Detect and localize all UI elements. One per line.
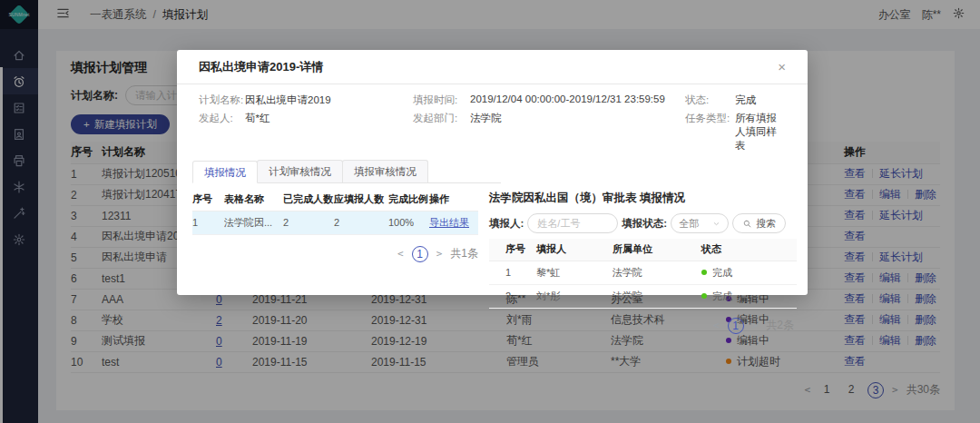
tab-填报情况[interactable]: 填报情况 (192, 161, 258, 183)
info-field: 状态:完成 (685, 93, 786, 107)
cell-action: 导出结果 (429, 211, 478, 234)
export-results-link[interactable]: 导出结果 (429, 217, 469, 228)
page-1[interactable]: 1 (412, 246, 428, 262)
total-count: 共2条 (766, 318, 794, 333)
prev-page-icon[interactable]: < (397, 248, 404, 260)
next-page-icon[interactable]: > (436, 248, 443, 260)
column-header: 填报人 (536, 239, 612, 261)
status-text: 完成 (712, 290, 732, 301)
plan-detail-modal: 因私出境申请2019-详情 × 计划名称:因私出境申请2019填报时间:2019… (177, 50, 808, 295)
cell-no: 1 (192, 211, 224, 234)
column-header: 表格名称 (224, 189, 283, 211)
cell-unit: 法学院 (612, 261, 701, 284)
column-header: 序号 (192, 189, 224, 211)
status-select-value: 全部 (679, 217, 699, 231)
cell-ratio: 100% (388, 211, 429, 234)
fillers-table: 序号填报人所属单位状态 1黎*虹法学院完成2刘*彤法学院完成 (489, 239, 797, 309)
status-text: 完成 (712, 267, 732, 278)
column-header: 已完成人数 (283, 189, 334, 211)
info-value: 完成 (735, 93, 756, 107)
search-icon (742, 219, 752, 229)
cell-filler-name: 刘*彤 (536, 284, 612, 308)
cell-done-count: 2 (283, 211, 334, 234)
status-dot (701, 270, 707, 275)
person-search-input[interactable] (527, 213, 618, 233)
search-button-label: 搜索 (756, 217, 776, 231)
forms-pane: 序号表格名称已完成人数应填报人数完成比例操作 1法学院因...22100%导出结… (192, 189, 478, 334)
info-label: 发起人: (199, 112, 245, 152)
info-label: 任务类型: (685, 112, 735, 152)
column-header: 所属单位 (612, 239, 701, 261)
info-value: 所有填报人填同样表 (735, 112, 786, 152)
modal-body: 序号表格名称已完成人数应填报人数完成比例操作 1法学院因...22100%导出结… (177, 183, 808, 334)
cell-status: 完成 (701, 261, 797, 284)
prev-page-icon[interactable]: < (713, 320, 720, 331)
info-label: 计划名称: (199, 93, 245, 107)
fillers-pagination: <1>共2条 (489, 318, 794, 334)
info-value: 法学院 (470, 112, 502, 152)
info-value: 2019/12/04 00:00:00-2019/12/31 23:59:59 (470, 93, 665, 107)
cell-unit: 法学院 (612, 284, 701, 308)
column-header: 应填报人数 (334, 189, 388, 211)
page-1[interactable]: 1 (728, 318, 744, 334)
fill-detail-filters: 填报人: 填报状态: 全部 搜索 (489, 213, 794, 233)
column-header: 序号 (489, 239, 536, 261)
modal-tabs: 填报情况计划审核情况填报审核情况 (192, 160, 501, 183)
info-field: 发起人:荀*红 (199, 112, 413, 152)
close-icon[interactable]: × (778, 60, 786, 74)
info-label: 填报时间: (413, 93, 470, 107)
fill-detail-pane: 法学院因私出国（境）审批表 填报情况 填报人: 填报状态: 全部 搜索 序号填报… (489, 189, 794, 334)
info-value: 因私出境申请2019 (245, 93, 331, 107)
forms-table: 序号表格名称已完成人数应填报人数完成比例操作 1法学院因...22100%导出结… (192, 189, 478, 235)
next-page-icon[interactable]: > (752, 320, 759, 331)
forms-pagination: <1>共1条 (192, 246, 478, 262)
info-label: 发起部门: (413, 112, 470, 152)
chevron-down-icon (712, 220, 720, 228)
modal-title: 因私出境申请2019-详情 (199, 59, 323, 75)
column-header: 操作 (429, 189, 478, 211)
modal-header: 因私出境申请2019-详情 × (177, 50, 808, 84)
info-value: 荀*红 (245, 112, 270, 152)
info-field: 计划名称:因私出境申请2019 (199, 93, 413, 107)
info-field: 发起部门:法学院 (413, 112, 685, 152)
person-filter-label: 填报人: (489, 217, 524, 231)
cell-no: 2 (489, 284, 536, 308)
info-field: 填报时间:2019/12/04 00:00:00-2019/12/31 23:5… (413, 93, 685, 107)
tab-填报审核情况[interactable]: 填报审核情况 (342, 160, 428, 182)
total-count: 共1条 (450, 246, 478, 261)
search-button[interactable]: 搜索 (732, 213, 786, 233)
column-header: 状态 (701, 239, 797, 261)
cell-no: 1 (489, 261, 536, 284)
info-field: 任务类型:所有填报人填同样表 (685, 112, 786, 152)
column-header: 完成比例 (388, 189, 429, 211)
cell-form-name: 法学院因... (224, 211, 283, 234)
cell-status: 完成 (701, 284, 797, 308)
tab-计划审核情况[interactable]: 计划审核情况 (257, 160, 343, 182)
status-filter-label: 填报状态: (622, 217, 667, 231)
plan-info-section: 计划名称:因私出境申请2019填报时间:2019/12/04 00:00:00-… (177, 84, 808, 156)
cell-required-count: 2 (334, 211, 388, 234)
fill-detail-title: 法学院因私出国（境）审批表 填报情况 (489, 191, 794, 206)
info-label: 状态: (685, 93, 735, 107)
status-select[interactable]: 全部 (671, 213, 729, 233)
forms-table-row: 1法学院因...22100%导出结果 (192, 211, 478, 234)
cell-filler-name: 黎*虹 (536, 261, 612, 284)
fillers-table-row: 1黎*虹法学院完成 (489, 261, 797, 284)
fillers-table-row: 2刘*彤法学院完成 (489, 284, 797, 308)
status-dot (701, 293, 707, 299)
